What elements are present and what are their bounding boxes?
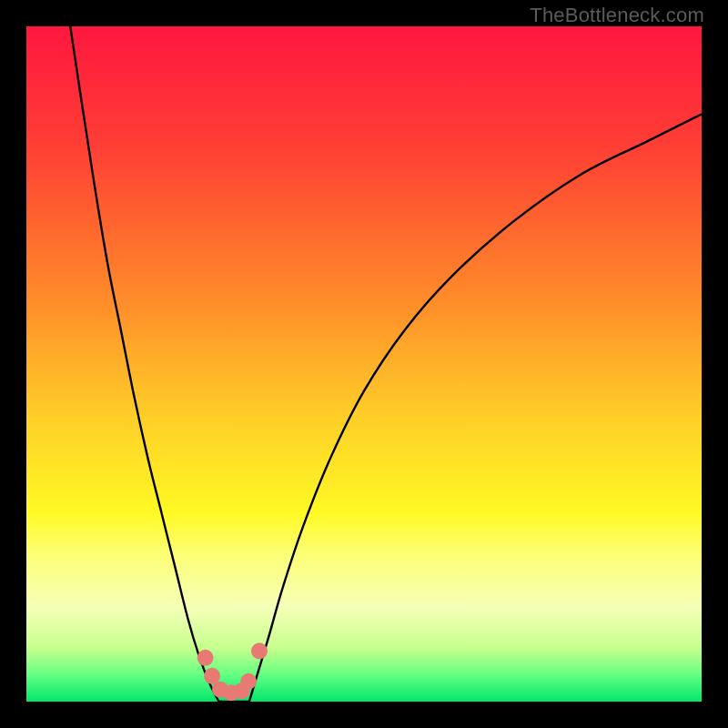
chart-svg: [26, 26, 702, 702]
highlight-dot: [251, 642, 268, 659]
highlight-dot: [240, 673, 257, 690]
watermark-text: TheBottleneck.com: [530, 4, 704, 27]
plot-area: [26, 26, 702, 702]
chart-frame: TheBottleneck.com: [0, 0, 728, 728]
highlight-dot: [197, 650, 214, 666]
